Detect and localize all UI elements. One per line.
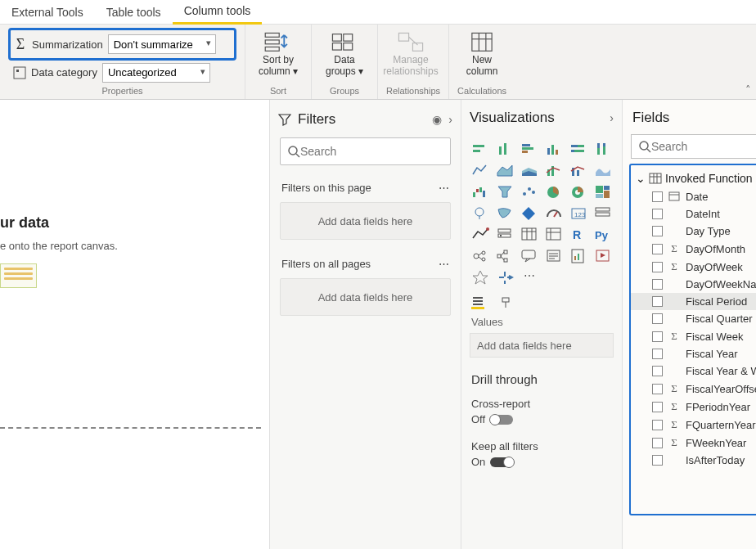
field-checkbox[interactable] (652, 209, 663, 219)
field-row[interactable]: ΣFWeeknYear (631, 434, 756, 452)
viz-map-icon[interactable] (470, 205, 491, 223)
tab-table-tools[interactable]: Table tools (95, 0, 173, 25)
viz-scatter-icon[interactable] (519, 183, 540, 201)
viz-azure-map-icon[interactable] (519, 205, 540, 223)
filters-pane: Filters ◉ › Filters on this page ⋯ Add d… (270, 100, 461, 549)
field-row[interactable]: IsAfterToday (631, 452, 756, 469)
field-checkbox[interactable] (652, 262, 663, 272)
filters-collapse-icon[interactable]: › (448, 113, 452, 126)
viz-r-visual-icon[interactable]: R (568, 226, 589, 244)
viz-area-icon[interactable] (494, 162, 515, 180)
viz-format-tab-icon[interactable] (499, 296, 512, 309)
field-row[interactable]: Fiscal Year (631, 345, 756, 362)
sort-by-column-button[interactable]: Sort bycolumn ▾ (254, 28, 303, 77)
viz-waterfall-icon[interactable] (470, 183, 491, 201)
field-checkbox[interactable] (652, 349, 663, 359)
viz-donut-icon[interactable] (568, 183, 589, 201)
field-row[interactable]: ΣFPeriodnYear (631, 398, 756, 416)
viz-paginated-icon[interactable] (568, 247, 589, 265)
field-row[interactable]: DayOfWeekNa... (631, 276, 756, 293)
field-row[interactable]: ΣFiscal Week (631, 327, 756, 345)
filters-more-icon[interactable]: ⋯ (439, 182, 449, 194)
viz-stacked-area-icon[interactable] (519, 162, 540, 180)
keep-all-filters-toggle[interactable] (490, 457, 513, 467)
field-checkbox[interactable] (652, 384, 663, 394)
fields-search-input[interactable] (651, 140, 756, 153)
field-checkbox[interactable] (652, 313, 663, 324)
field-checkbox[interactable] (652, 438, 663, 448)
field-row[interactable]: Date (631, 188, 756, 205)
summarization-dropdown[interactable]: Don't summarize (108, 34, 216, 54)
viz-pie-icon[interactable] (543, 183, 565, 201)
filters-search[interactable] (280, 137, 451, 165)
viz-py-visual-icon[interactable]: Py (592, 226, 614, 244)
report-canvas[interactable]: ur data e onto the report canvas. (0, 100, 270, 549)
viz-line-col-stacked-icon[interactable] (568, 162, 589, 180)
field-row[interactable]: Fiscal Quarter (631, 310, 756, 327)
field-checkbox[interactable] (652, 366, 663, 376)
viz-more-icon[interactable]: ⋯ (519, 268, 540, 286)
filters-visibility-icon[interactable]: ◉ (432, 113, 442, 126)
viz-table-icon[interactable] (519, 226, 540, 244)
field-checkbox[interactable] (652, 331, 663, 342)
viz-key-influencers-icon[interactable] (470, 247, 491, 265)
field-row[interactable]: ΣFQuarternYear (631, 416, 756, 434)
tab-column-tools[interactable]: Column tools (173, 0, 263, 25)
field-row[interactable]: DateInt (631, 205, 756, 223)
new-column-button[interactable]: Newcolumn (457, 28, 506, 77)
filters-on-page-well[interactable]: Add data fields here (280, 202, 451, 240)
viz-100-bar-h-icon[interactable] (568, 141, 589, 159)
viz-fields-tab-icon[interactable] (471, 296, 484, 309)
filters-search-input[interactable] (300, 145, 443, 158)
viz-clustered-bar-icon[interactable] (543, 141, 565, 159)
data-groups-button[interactable]: Datagroups ▾ (320, 28, 369, 77)
manage-relationships-button[interactable]: Managerelationships (386, 28, 435, 77)
field-row[interactable]: Fiscal Year & W... (631, 362, 756, 380)
viz-smart-narrative-icon[interactable] (543, 247, 565, 265)
viz-100-bar-icon[interactable] (592, 141, 614, 159)
viz-kpi-icon[interactable] (470, 226, 491, 244)
field-checkbox[interactable] (652, 244, 663, 254)
viz-multi-row-card-icon[interactable] (592, 205, 614, 223)
field-row[interactable]: Fiscal Period (631, 293, 756, 310)
viz-filled-map-icon[interactable] (494, 205, 515, 223)
ribbon-collapse-icon[interactable]: ˄ (745, 83, 751, 96)
viz-ribbon-icon[interactable] (592, 162, 614, 180)
field-row[interactable]: ΣFiscalYearOffset (631, 380, 756, 398)
field-row[interactable]: ΣDayOfWeek (631, 258, 756, 276)
viz-stacked-bar-icon[interactable] (494, 141, 515, 159)
fields-search[interactable] (631, 134, 756, 159)
field-checkbox[interactable] (652, 455, 663, 466)
viz-line-col-icon[interactable] (543, 162, 565, 180)
field-checkbox[interactable] (652, 279, 663, 290)
cross-report-toggle[interactable] (490, 415, 513, 425)
fields-table-header[interactable]: ⌄ Invoked Function (631, 169, 756, 188)
viz-get-more-visuals-icon[interactable] (494, 268, 515, 286)
field-checkbox[interactable] (652, 420, 663, 430)
viz-funnel-icon[interactable] (494, 183, 515, 201)
field-row[interactable]: Day Type (631, 223, 756, 240)
tab-external-tools[interactable]: External Tools (0, 0, 95, 25)
viz-power-apps-icon[interactable] (592, 247, 614, 265)
viz-power-automate-icon[interactable] (470, 268, 491, 286)
viz-decomposition-tree-icon[interactable] (494, 247, 515, 265)
viz-collapse-icon[interactable]: › (610, 111, 614, 124)
field-checkbox[interactable] (652, 296, 663, 307)
viz-clustered-bar-h-icon[interactable] (519, 141, 540, 159)
data-category-dropdown[interactable]: Uncategorized (102, 63, 210, 83)
viz-matrix-icon[interactable] (543, 226, 565, 244)
filters-on-all-well[interactable]: Add data fields here (280, 278, 451, 316)
viz-card-icon[interactable]: 123 (568, 205, 589, 223)
viz-line-icon[interactable] (470, 162, 491, 180)
filters-all-more-icon[interactable]: ⋯ (439, 258, 449, 270)
viz-slicer-icon[interactable] (494, 226, 515, 244)
field-checkbox[interactable] (652, 191, 663, 202)
values-well[interactable]: Add data fields here (470, 333, 614, 358)
field-row[interactable]: ΣDayOfMonth (631, 240, 756, 258)
viz-qna-icon[interactable] (519, 247, 540, 265)
field-checkbox[interactable] (652, 402, 663, 412)
viz-stacked-bar-h-icon[interactable] (470, 141, 491, 159)
viz-treemap-icon[interactable] (592, 183, 614, 201)
field-checkbox[interactable] (652, 226, 663, 236)
viz-gauge-icon[interactable] (543, 205, 565, 223)
